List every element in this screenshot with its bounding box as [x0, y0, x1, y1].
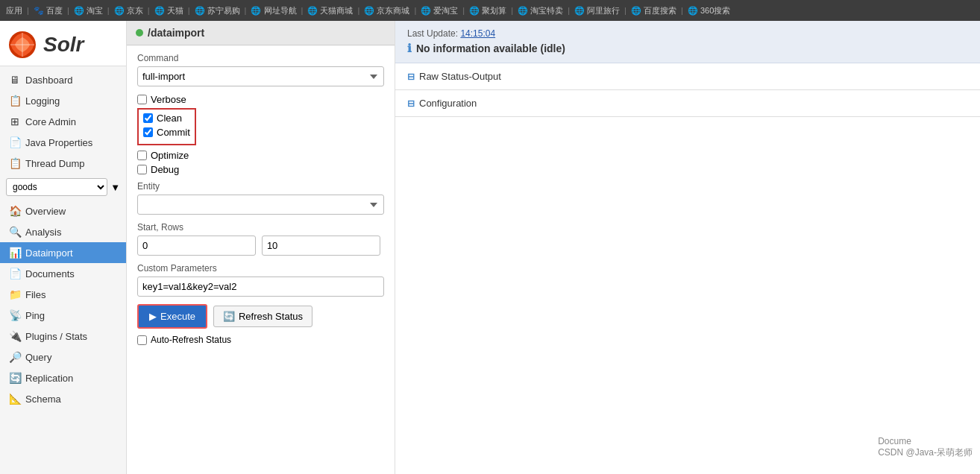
browser-nav-jd: 🌐 京东 — [114, 5, 143, 16]
core-admin-icon: ⊞ — [9, 116, 21, 127]
start-input[interactable] — [137, 236, 256, 256]
optimize-checkbox[interactable] — [137, 151, 147, 160]
java-icon: 📄 — [9, 136, 21, 148]
sidebar-item-ping[interactable]: 📡 Ping — [0, 305, 126, 326]
entity-select[interactable] — [137, 195, 384, 215]
sidebar-item-schema[interactable]: 📐 Schema — [0, 388, 126, 409]
command-select[interactable]: full-import delta-import status reload-c… — [137, 66, 384, 86]
sidebar-item-thread-dump[interactable]: 📋 Thread Dump — [0, 153, 126, 174]
custom-params-label: Custom Parameters — [137, 263, 384, 274]
analysis-icon: 🔍 — [9, 226, 21, 238]
browser-nav-taobao: 🌐 淘宝 — [74, 5, 103, 16]
raw-status-label: Raw Status-Output — [419, 71, 501, 82]
command-label: Command — [137, 53, 384, 63]
status-info-box: Last Update: 14:15:04 ℹ No information a… — [395, 21, 980, 63]
query-icon: 🔎 — [9, 351, 21, 363]
custom-params-group: Custom Parameters — [137, 263, 384, 297]
panel-header: /dataimport — [127, 21, 395, 45]
auto-refresh-row: Auto-Refresh Status — [137, 335, 384, 345]
sidebar-item-plugins[interactable]: 🔌 Plugins / Stats — [0, 326, 126, 347]
browser-bar: 应用 | 🐾 百度 | 🌐 淘宝 | 🌐 京东 | 🌐 天猫 | 🌐 苏宁易购 … — [0, 0, 980, 21]
nav-items: 🖥 Dashboard 📋 Logging ⊞ Core Admin 📄 Jav… — [0, 66, 126, 474]
commit-checkbox[interactable] — [143, 127, 153, 137]
auto-refresh-label: Auto-Refresh Status — [151, 335, 231, 345]
collection-nav: 🏠 Overview 🔍 Analysis 📊 Dataimport 📄 Doc… — [0, 200, 126, 409]
start-rows-group: Start, Rows — [137, 222, 384, 256]
last-update-row: Last Update: 14:15:04 — [407, 28, 968, 39]
solr-logo-icon — [7, 30, 37, 60]
documents-icon: 📄 — [9, 268, 21, 279]
sidebar-item-logging[interactable]: 📋 Logging — [0, 90, 126, 111]
sidebar-item-overview[interactable]: 🏠 Overview — [0, 200, 126, 221]
clean-label[interactable]: Clean — [143, 113, 190, 124]
browser-nav-ali: 🌐 阿里旅行 — [574, 5, 620, 16]
entity-label: Entity — [137, 181, 384, 192]
sidebar-item-documents[interactable]: 📄 Documents — [0, 263, 126, 284]
sidebar-item-files[interactable]: 📁 Files — [0, 284, 126, 305]
browser-nav-tianmao2: 🌐 天猫商城 — [307, 5, 353, 16]
raw-status-header[interactable]: ⊟ Raw Status-Output — [407, 71, 968, 82]
clean-commit-border: Clean Commit — [137, 108, 196, 145]
debug-label[interactable]: Debug — [137, 164, 384, 175]
sidebar-item-analysis[interactable]: 🔍 Analysis — [0, 221, 126, 242]
logo-area: Solr — [0, 21, 126, 66]
collection-dropdown[interactable]: goods — [6, 178, 107, 196]
dataimport-panel: /dataimport Command full-import delta-im… — [127, 21, 395, 474]
collection-dropdown-arrow: ▼ — [110, 182, 120, 193]
sidebar-item-dataimport[interactable]: 📊 Dataimport — [0, 242, 126, 263]
custom-params-input[interactable] — [137, 276, 384, 297]
browser-nav-aitao: 🌐 爱淘宝 — [421, 5, 458, 16]
collection-selector: goods ▼ — [6, 178, 120, 196]
collapse-raw-icon: ⊟ — [407, 72, 415, 82]
overview-icon: 🏠 — [9, 205, 21, 217]
idle-row: ℹ No information available (idle) — [407, 42, 968, 55]
sidebar-item-replication[interactable]: 🔄 Replication — [0, 367, 126, 388]
auto-refresh-checkbox[interactable] — [137, 335, 147, 345]
schema-icon: 📐 — [9, 393, 21, 405]
main-content: /dataimport Command full-import delta-im… — [127, 21, 980, 474]
optimize-group: Optimize — [137, 150, 384, 161]
browser-nav-tianmao: 🌐 天猫 — [154, 5, 183, 16]
configuration-section: ⊟ Configuration — [395, 90, 980, 117]
plugins-icon: 🔌 — [9, 330, 21, 342]
thread-icon: 📋 — [9, 157, 21, 169]
logo-text: Solr — [43, 33, 84, 57]
entity-group: Entity — [137, 181, 384, 215]
ping-icon: 📡 — [9, 309, 21, 321]
clean-group: Clean — [143, 113, 190, 124]
verbose-group: Verbose — [137, 94, 384, 105]
sidebar: Solr 🖥 Dashboard 📋 Logging ⊞ Core Admin … — [0, 21, 127, 474]
last-update-label: Last Update: — [407, 28, 458, 39]
refresh-icon: 🔄 — [223, 311, 235, 322]
configuration-header[interactable]: ⊟ Configuration — [407, 98, 968, 109]
command-group: Command full-import delta-import status … — [137, 53, 384, 86]
status-dot-green — [136, 29, 143, 37]
commit-group: Commit — [143, 127, 190, 138]
verbose-checkbox[interactable] — [137, 95, 147, 104]
dataimport-icon: 📊 — [9, 247, 21, 259]
debug-checkbox[interactable] — [137, 165, 147, 174]
optimize-label[interactable]: Optimize — [137, 150, 384, 161]
debug-group: Debug — [137, 164, 384, 175]
browser-nav-app: 应用 — [6, 5, 22, 16]
buttons-row: ▶ Execute 🔄 Refresh Status — [137, 304, 384, 329]
sidebar-item-core-admin[interactable]: ⊞ Core Admin — [0, 111, 126, 132]
status-panel: Last Update: 14:15:04 ℹ No information a… — [395, 21, 980, 474]
sidebar-item-dashboard[interactable]: 🖥 Dashboard — [0, 69, 126, 90]
rows-input[interactable] — [262, 236, 380, 256]
configuration-label: Configuration — [419, 98, 477, 109]
browser-nav-baidu: 🐾 百度 — [34, 5, 63, 16]
sidebar-item-query[interactable]: 🔎 Query — [0, 347, 126, 367]
browser-nav-bdsearch: 🌐 百度搜索 — [631, 5, 676, 16]
last-update-time[interactable]: 14:15:04 — [460, 28, 495, 39]
clean-checkbox[interactable] — [143, 113, 153, 123]
execute-button[interactable]: ▶ Execute — [137, 304, 207, 329]
files-icon: 📁 — [9, 288, 21, 300]
browser-nav-tbtc: 🌐 淘宝特卖 — [518, 5, 563, 16]
verbose-label[interactable]: Verbose — [137, 94, 384, 105]
commit-label[interactable]: Commit — [143, 127, 190, 138]
start-rows-label: Start, Rows — [137, 222, 384, 233]
refresh-status-button[interactable]: 🔄 Refresh Status — [213, 306, 312, 327]
browser-nav-suning: 🌐 苏宁易购 — [195, 5, 240, 16]
sidebar-item-java-properties[interactable]: 📄 Java Properties — [0, 132, 126, 153]
